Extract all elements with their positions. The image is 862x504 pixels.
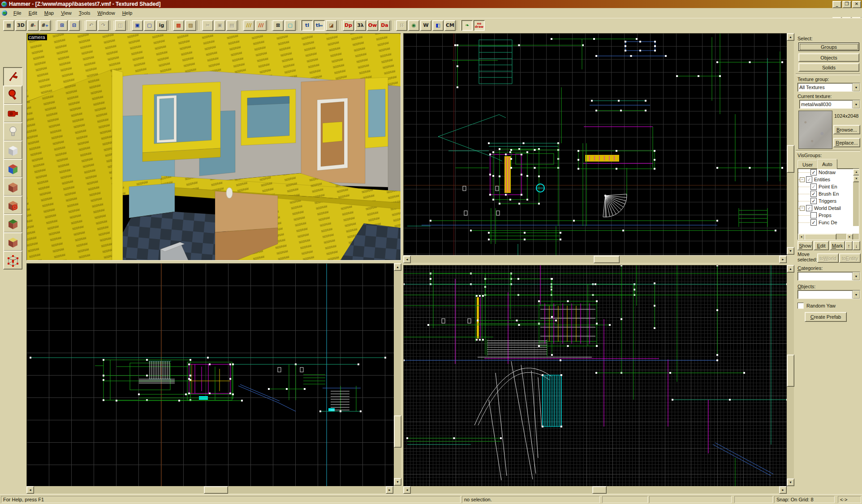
title-bar[interactable]: Hammer - [Z:\www\mappi\basetest7.vmf - T… xyxy=(0,0,862,8)
visgroup-checkbox[interactable] xyxy=(810,212,817,218)
texture-scale-lock-icon[interactable]: tl↔ xyxy=(314,20,325,31)
toggle-cm-icon[interactable]: CM xyxy=(444,20,456,31)
show-button[interactable]: Show xyxy=(797,241,813,250)
visgroup-checkbox[interactable]: ✓ xyxy=(810,169,817,175)
tool-decal-icon[interactable] xyxy=(3,196,22,214)
mark-button[interactable]: Mark xyxy=(830,241,845,250)
visgroup-item-world-detail[interactable]: −✓World Detail xyxy=(798,205,859,212)
grid-smaller-icon[interactable]: #- xyxy=(27,20,39,31)
viewport-2d-side[interactable] xyxy=(26,263,394,487)
texture-lock-icon[interactable]: tl xyxy=(302,20,313,31)
texture-group-combo[interactable]: All Textures▼ xyxy=(797,83,860,92)
visgroup-item-entities[interactable]: −✓Entities xyxy=(798,176,859,183)
tool-clipping-icon[interactable] xyxy=(3,232,22,251)
snap-to-grid-icon[interactable]: ▦ xyxy=(3,20,14,31)
objects-combo[interactable]: ▼ xyxy=(797,290,860,299)
tab-auto[interactable]: Auto xyxy=(817,159,837,169)
scrollbar-vertical-top-view[interactable]: ▲ ▼ xyxy=(787,33,794,255)
menu-map[interactable]: Map xyxy=(41,9,57,17)
save-window-state-icon[interactable]: ⊟ xyxy=(69,20,80,31)
sound-browser-icon[interactable]: ∷ xyxy=(396,20,407,31)
scroll-thumb[interactable] xyxy=(787,355,794,387)
grid-3d-icon[interactable]: 3D xyxy=(15,20,26,31)
tool-overlay-icon[interactable] xyxy=(3,214,22,233)
scroll-up-icon[interactable]: ▲ xyxy=(787,265,794,273)
tool-entity-icon[interactable] xyxy=(3,122,22,141)
scroll-right-icon[interactable]: ► xyxy=(779,486,787,494)
viewport-2d-front[interactable] xyxy=(403,265,788,487)
collapse-icon[interactable]: − xyxy=(800,206,805,211)
visgroup-item-props[interactable]: Props xyxy=(798,212,859,219)
tool-texture-application-icon[interactable] xyxy=(3,159,22,178)
viewport-3d[interactable]: camera NODRAW xyxy=(26,33,401,261)
menu-tools[interactable]: Tools xyxy=(75,9,94,17)
load-window-state-icon[interactable]: ⊞ xyxy=(56,20,68,31)
grid-larger-icon[interactable]: #+ xyxy=(39,20,51,31)
ungroup-icon[interactable]: ▢ xyxy=(144,20,155,31)
select-touching-icon[interactable]: ⊠ xyxy=(272,20,284,31)
scrollbar-horizontal-front-view[interactable]: ◄ ► xyxy=(403,486,787,493)
visgroup-checkbox[interactable]: ✓ xyxy=(806,205,812,211)
ignore-groups-icon[interactable]: ig xyxy=(156,20,167,31)
scroll-thumb[interactable] xyxy=(594,256,620,263)
group-icon[interactable]: ▣ xyxy=(132,20,143,31)
toggle-dp-icon[interactable]: Dp xyxy=(343,20,354,31)
scroll-down-icon[interactable]: ▼ xyxy=(787,478,794,486)
mdi-child-icon[interactable] xyxy=(2,10,7,16)
tool-vertex-icon[interactable] xyxy=(3,251,22,269)
face-align-lock-icon[interactable]: ◪ xyxy=(326,20,337,31)
undo-icon[interactable]: ↶ xyxy=(86,20,97,31)
move-down-button[interactable]: ↓ xyxy=(853,241,860,250)
menu-view[interactable]: View xyxy=(57,9,75,17)
visgroup-checkbox[interactable]: ✓ xyxy=(810,191,817,197)
scroll-down-icon[interactable]: ▼ xyxy=(394,478,401,486)
paste-icon[interactable]: ▤ xyxy=(226,20,237,31)
carve-icon[interactable]: ◫ xyxy=(115,20,126,31)
visgroup-checkbox[interactable]: ✓ xyxy=(810,184,817,190)
visgroup-checkbox[interactable]: ✓ xyxy=(810,219,817,226)
hide-unselected-icon[interactable]: ▨ xyxy=(185,20,196,31)
create-prefab-button[interactable]: Create Prefab xyxy=(805,312,847,322)
move-up-button[interactable]: ↑ xyxy=(845,241,853,250)
visgroups-tree[interactable]: ✓Nodraw−✓Entities✓Point En✓Brush En✓Trig… xyxy=(797,168,859,240)
tool-selection-icon[interactable] xyxy=(3,67,22,86)
random-yaw-checkbox[interactable] xyxy=(797,303,804,309)
run-map-icon[interactable]: 3λ xyxy=(355,20,366,31)
menu-file[interactable]: File xyxy=(10,9,25,17)
groups-button[interactable]: Groups xyxy=(798,43,859,51)
background-3d-icon[interactable]: ◧ xyxy=(432,20,444,31)
scroll-up-icon[interactable]: ▲ xyxy=(394,263,401,271)
collapse-icon[interactable]: − xyxy=(800,177,805,182)
toggle-da-icon[interactable]: Da xyxy=(379,20,390,31)
visgroup-checkbox[interactable]: ✓ xyxy=(806,176,812,183)
scroll-thumb[interactable] xyxy=(787,145,794,173)
cut-icon[interactable]: ✂ xyxy=(202,20,213,31)
restore-button[interactable]: ❐ xyxy=(842,1,851,8)
to-world-button[interactable]: toWorld xyxy=(817,253,839,263)
scroll-right-icon[interactable]: ► xyxy=(386,486,393,494)
nodraw-toggle-icon[interactable]: nodraw xyxy=(474,20,485,31)
visgroup-item-brush-en[interactable]: ✓Brush En xyxy=(798,190,859,197)
visgroup-item-point-en[interactable]: ✓Point En xyxy=(798,183,859,190)
visgroup-item-func-de[interactable]: ✓Func De xyxy=(798,219,859,226)
categories-combo[interactable]: ▼ xyxy=(797,272,860,281)
visgroup-checkbox[interactable]: ✓ xyxy=(810,198,817,204)
scrollbar-vertical-front-view[interactable]: ▲ ▼ xyxy=(787,265,794,486)
close-button[interactable]: ✕ xyxy=(852,1,861,8)
hide-selected-icon[interactable]: ▩ xyxy=(173,20,184,31)
scroll-left-icon[interactable]: ◄ xyxy=(403,256,411,263)
edit-button[interactable]: Edit xyxy=(814,241,829,250)
scroll-thumb[interactable] xyxy=(394,415,401,448)
tool-apply-current-texture-icon[interactable] xyxy=(3,177,22,196)
tool-block-icon[interactable] xyxy=(3,141,22,159)
menu-edit[interactable]: Edit xyxy=(25,9,41,17)
displacement-mask-icon[interactable]: W xyxy=(420,20,431,31)
scrollbar-vertical-side-view[interactable]: ▲ ▼ xyxy=(394,263,401,486)
scroll-left-icon[interactable]: ◄ xyxy=(403,486,411,494)
tree-hscrollbar[interactable]: ◄► xyxy=(798,234,859,239)
copy-icon[interactable]: ▣ xyxy=(214,20,225,31)
viewport-2d-top[interactable] xyxy=(403,33,788,256)
replace-button[interactable]: Replace... xyxy=(833,138,860,147)
scroll-down-icon[interactable]: ▼ xyxy=(787,247,794,255)
tree-vscrollbar[interactable]: ▲▼ xyxy=(853,169,859,226)
